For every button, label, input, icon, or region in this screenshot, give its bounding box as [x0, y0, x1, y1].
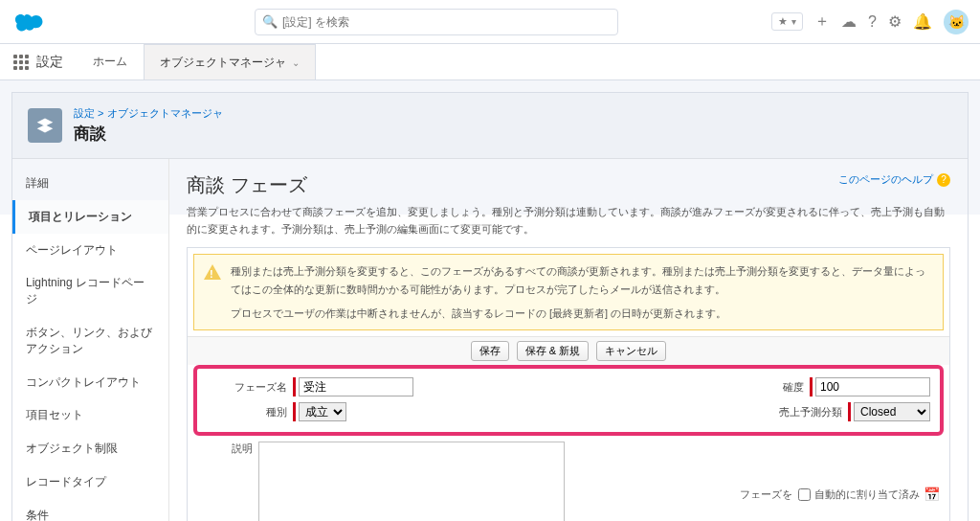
setup-gear-icon[interactable]: ⚙ [888, 12, 902, 31]
breadcrumb-setup[interactable]: 設定 [74, 107, 95, 119]
stage-name-input[interactable] [299, 377, 413, 396]
context-bar: 設定 ホーム オブジェクトマネージャ⌄ [0, 44, 980, 80]
object-sidebar: 詳細 項目とリレーション ページレイアウト Lightning レコードページ … [12, 159, 169, 521]
sidebar-item-lightning-pages[interactable]: Lightning レコードページ [12, 266, 168, 316]
forecast-category-label: 売上予測分類 [771, 405, 848, 419]
forecast-category-select[interactable]: Closed [854, 402, 930, 421]
object-icon [28, 108, 62, 143]
assign-text: 自動的に割り当て済み [814, 487, 920, 502]
assign-checkbox[interactable] [798, 488, 811, 501]
sidebar-item-object-limits[interactable]: オブジェクト制限 [12, 432, 168, 465]
cancel-button[interactable]: キャンセル [596, 341, 666, 361]
global-header: 🔍 ★ ▾ ＋ ☁ ? ⚙ 🔔 🐱 [0, 0, 980, 44]
breadcrumb: 設定 > オブジェクトマネージャ [74, 106, 223, 121]
save-button[interactable]: 保存 [471, 341, 509, 361]
header-actions: ★ ▾ ＋ ☁ ? ⚙ 🔔 🐱 [771, 10, 969, 34]
app-launcher[interactable]: 設定 [0, 44, 77, 79]
favorite-dropdown[interactable]: ★ ▾ [771, 12, 803, 31]
help-badge-icon: ? [937, 173, 950, 187]
page-title: 商談 フェーズ [187, 172, 950, 198]
save-new-button[interactable]: 保存 & 新規 [517, 341, 589, 361]
add-icon[interactable]: ＋ [814, 11, 830, 32]
probability-input[interactable] [815, 377, 930, 396]
help-icon[interactable]: ? [868, 13, 877, 31]
sidebar-item-field-sets[interactable]: 項目セット [12, 398, 168, 432]
breadcrumb-object-manager[interactable]: オブジェクトマネージャ [107, 107, 223, 119]
button-row: 保存 保存 & 新規 キャンセル [188, 336, 949, 365]
warning-line-1: 種別または売上予測分類を変更すると、このフェーズがあるすべての商談が更新されます… [231, 262, 933, 298]
sidebar-item-fields[interactable]: 項目とリレーション [12, 200, 168, 234]
stage-form: フェーズ名 確度 種別 [193, 365, 944, 436]
type-label: 種別 [207, 405, 293, 419]
type-select[interactable]: 成立 [299, 402, 346, 421]
classic-panel: 種別または売上予測分類を変更すると、このフェーズがあるすべての商談が更新されます… [187, 247, 950, 521]
app-launcher-icon [13, 55, 29, 70]
stage-name-label: フェーズ名 [207, 380, 293, 395]
sidebar-item-page-layouts[interactable]: ページレイアウト [12, 234, 168, 267]
notifications-bell-icon[interactable]: 🔔 [913, 12, 932, 31]
object-header: 設定 > オブジェクトマネージャ 商談 [12, 93, 968, 159]
sidebar-item-criteria[interactable]: 条件 [12, 499, 168, 521]
nav-home[interactable]: ホーム [77, 44, 144, 79]
chevron-down-icon: ⌄ [292, 57, 300, 68]
app-name: 設定 [36, 54, 63, 71]
description-label: 説明 [197, 442, 258, 456]
warning-icon [204, 264, 221, 280]
global-search: 🔍 [255, 9, 618, 35]
warning-line-2: プロセスでユーザの作業は中断されませんが、該当するレコードの [最終更新者] の… [231, 305, 933, 323]
sidebar-item-record-types[interactable]: レコードタイプ [12, 465, 168, 499]
page-help-link[interactable]: このページのヘルプ? [838, 172, 950, 187]
object-title: 商談 [74, 123, 223, 145]
avatar[interactable]: 🐱 [944, 10, 969, 34]
assign-label: フェーズを [731, 487, 798, 502]
sidebar-item-buttons[interactable]: ボタン、リンク、およびアクション [12, 316, 168, 366]
warning-box: 種別または売上予測分類を変更すると、このフェーズがあるすべての商談が更新されます… [193, 254, 944, 330]
salesforce-logo-icon [11, 10, 48, 34]
sidebar-item-detail[interactable]: 詳細 [12, 167, 168, 200]
description-textarea[interactable] [258, 442, 565, 521]
probability-label: 確度 [752, 380, 810, 395]
nav-object-manager[interactable]: オブジェクトマネージャ⌄ [144, 44, 316, 79]
global-search-input[interactable] [255, 9, 618, 35]
date-picker-icon[interactable]: 📅 [924, 487, 940, 502]
sidebar-item-compact-layouts[interactable]: コンパクトレイアウト [12, 366, 168, 399]
page-description: 営業プロセスに合わせて商談フェーズを追加、変更しましょう。種別と予測分類は連動し… [187, 204, 950, 238]
trailhead-icon[interactable]: ☁ [841, 12, 857, 31]
search-icon: 🔍 [262, 14, 278, 29]
